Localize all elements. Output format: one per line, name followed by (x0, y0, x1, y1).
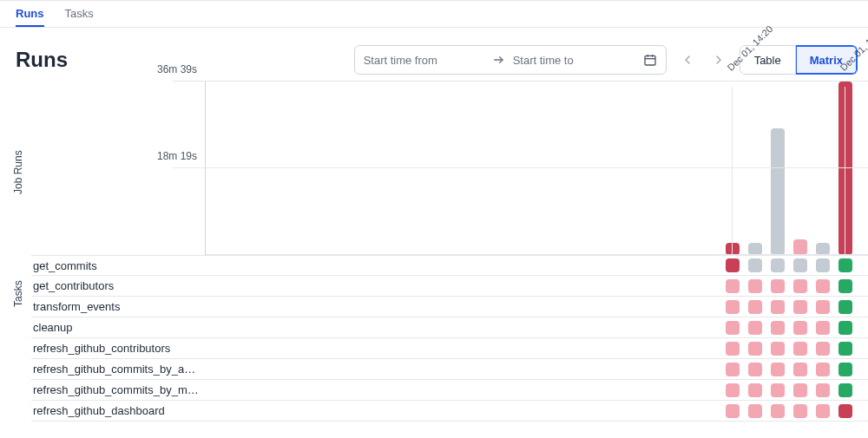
time-guideline (732, 87, 733, 255)
view-matrix-button[interactable]: Matrix (796, 45, 858, 75)
date-from-input[interactable]: Start time from (364, 54, 485, 67)
page-title: Runs (16, 48, 68, 72)
task-cell[interactable] (816, 363, 830, 376)
task-row: transform_events (31, 297, 868, 317)
task-cell[interactable] (726, 383, 740, 397)
run-bar[interactable] (771, 128, 785, 255)
task-cell[interactable] (748, 279, 762, 293)
task-cell[interactable] (726, 404, 740, 418)
task-row: get_contributors (31, 276, 868, 297)
task-cell[interactable] (816, 321, 830, 335)
task-row: refresh_github_commits_by_a… (31, 359, 868, 380)
task-cell[interactable] (793, 383, 807, 397)
task-cell[interactable] (838, 404, 852, 418)
task-cell[interactable] (771, 363, 785, 376)
task-cell[interactable] (816, 279, 830, 293)
task-cell[interactable] (748, 404, 762, 418)
run-bar[interactable] (793, 239, 807, 255)
task-cell[interactable] (816, 258, 830, 272)
task-label[interactable]: transform_events (31, 300, 205, 313)
arrow-right-icon (492, 53, 506, 67)
task-row: refresh_github_contributors (31, 338, 868, 359)
tab-runs[interactable]: Runs (16, 1, 44, 27)
task-cell[interactable] (748, 258, 762, 272)
date-to-input[interactable]: Start time to (513, 54, 636, 67)
task-cell[interactable] (793, 342, 807, 356)
task-cell[interactable] (838, 279, 852, 293)
task-cell[interactable] (838, 363, 852, 376)
task-cell[interactable] (816, 300, 830, 314)
svg-rect-1 (645, 56, 655, 65)
task-matrix: get_commitsget_contributorstransform_eve… (31, 255, 868, 422)
axis-label-tasks: Tasks (12, 280, 24, 307)
task-cell[interactable] (838, 342, 852, 356)
task-cell[interactable] (771, 258, 785, 272)
ytick-label: 36m 39s (157, 63, 197, 75)
task-cell[interactable] (771, 383, 785, 397)
task-cell[interactable] (726, 300, 740, 314)
task-cell[interactable] (838, 383, 852, 397)
task-cell[interactable] (726, 342, 740, 356)
task-cell[interactable] (771, 300, 785, 314)
task-label[interactable]: refresh_github_commits_by_m… (31, 383, 205, 396)
task-label[interactable]: get_contributors (31, 279, 205, 292)
task-cell[interactable] (816, 342, 830, 356)
task-cell[interactable] (771, 342, 785, 356)
task-label[interactable]: get_commits (31, 259, 205, 272)
view-toggle: Table Matrix (740, 45, 858, 75)
task-cell[interactable] (748, 300, 762, 314)
task-cell[interactable] (793, 404, 807, 418)
task-cell[interactable] (793, 300, 807, 314)
calendar-icon[interactable] (643, 53, 657, 67)
tabs-bar: Runs Tasks (0, 0, 868, 28)
axis-label-job-runs: Job Runs (12, 150, 24, 194)
task-cell[interactable] (838, 321, 852, 335)
pagination (681, 53, 726, 67)
run-bar[interactable] (726, 243, 740, 255)
task-cell[interactable] (771, 279, 785, 293)
task-label[interactable]: cleanup (31, 321, 205, 334)
task-cell[interactable] (793, 279, 807, 293)
task-cell[interactable] (748, 363, 762, 376)
task-cell[interactable] (793, 321, 807, 335)
task-row: refresh_github_dashboard (31, 401, 868, 422)
task-cell[interactable] (771, 321, 785, 335)
task-label[interactable]: refresh_github_dashboard (31, 404, 205, 417)
task-label[interactable]: refresh_github_contributors (31, 342, 205, 355)
task-cell[interactable] (816, 383, 830, 397)
task-row: get_commits (31, 255, 868, 276)
chevron-left-icon[interactable] (681, 53, 694, 67)
tab-tasks[interactable]: Tasks (65, 1, 94, 27)
task-cell[interactable] (726, 279, 740, 293)
task-cell[interactable] (748, 321, 762, 335)
run-bar[interactable] (748, 243, 762, 255)
run-bar[interactable] (816, 243, 830, 255)
chevron-right-icon[interactable] (712, 53, 726, 67)
task-cell[interactable] (726, 363, 740, 376)
task-cell[interactable] (726, 321, 740, 335)
chart-zone: Job Runs Tasks Dec 01, 14:20Dec 01, 15:3… (31, 82, 868, 422)
task-cell[interactable] (793, 258, 807, 272)
task-cell[interactable] (771, 404, 785, 418)
task-label[interactable]: refresh_github_commits_by_a… (31, 363, 205, 376)
date-range-picker[interactable]: Start time from Start time to (354, 45, 667, 75)
task-cell[interactable] (816, 404, 830, 418)
task-cell[interactable] (838, 258, 852, 272)
controls: Start time from Start time to Table (354, 45, 858, 75)
view-table-button[interactable]: Table (740, 45, 796, 75)
task-cell[interactable] (748, 383, 762, 397)
job-runs-chart: Dec 01, 14:20Dec 01, 15:30 36m 39s18m 19… (205, 82, 868, 255)
task-row: refresh_github_commits_by_m… (31, 380, 868, 401)
ytick-label: 18m 19s (157, 150, 197, 162)
time-guideline (845, 87, 845, 255)
task-cell[interactable] (748, 342, 762, 356)
task-cell[interactable] (838, 300, 852, 314)
header: Runs Start time from Start time to (0, 28, 868, 82)
task-cell[interactable] (793, 363, 807, 376)
task-row: cleanup (31, 317, 868, 338)
task-cell[interactable] (726, 258, 740, 272)
